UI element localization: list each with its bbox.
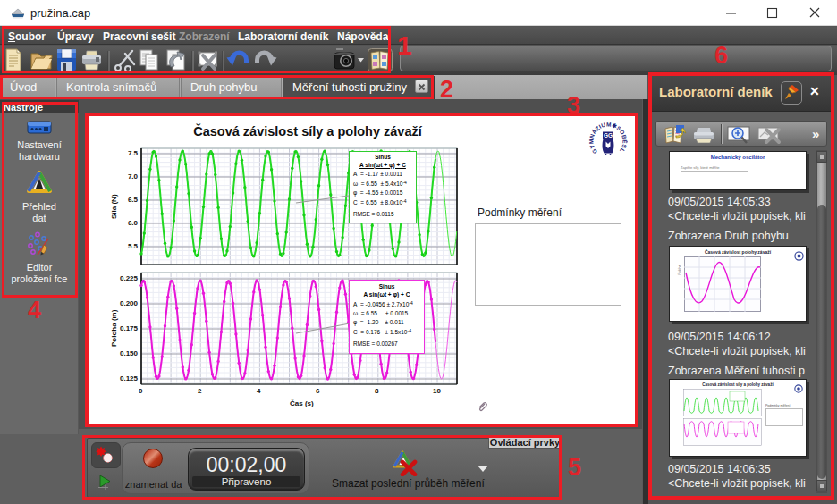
svg-text:GG: GG — [604, 132, 613, 139]
